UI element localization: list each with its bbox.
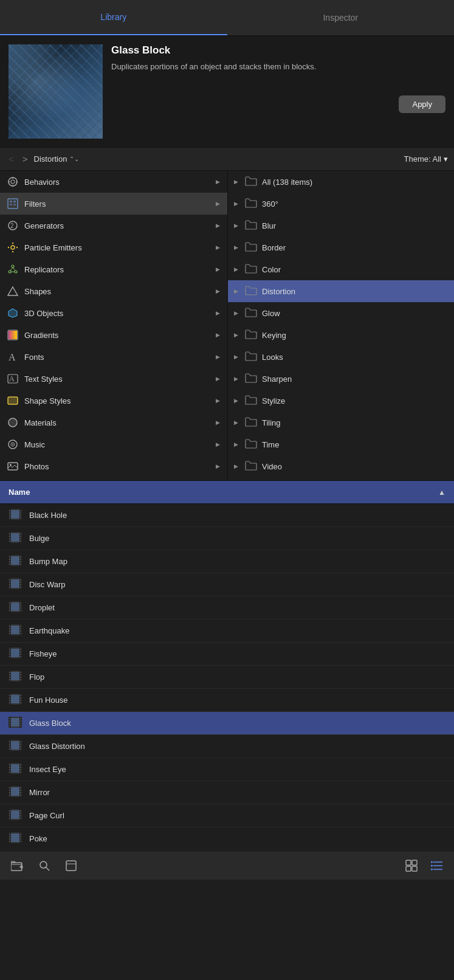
svg-rect-106: [20, 628, 21, 629]
svg-rect-209: [9, 833, 10, 835]
left-item-arrow-shapes: ▶: [216, 288, 220, 294]
left-item-icon-particle-emitters: [7, 242, 18, 253]
item-label-mirror: Mirror: [29, 788, 50, 797]
right-item-360[interactable]: ▶ 360°: [228, 193, 454, 215]
svg-rect-181: [11, 764, 19, 773]
svg-rect-55: [9, 538, 10, 539]
svg-rect-95: [20, 607, 21, 609]
add-folder-button[interactable]: [9, 858, 26, 874]
left-item-arrow-music: ▶: [216, 441, 220, 447]
right-item-color[interactable]: ▶ Color: [228, 258, 454, 280]
list-item-bump-map[interactable]: Bump Map: [0, 550, 454, 573]
folder-icon-sharpen: [245, 373, 257, 385]
list-item-disc-warp[interactable]: Disc Warp: [0, 573, 454, 596]
list-item-glass-block[interactable]: Glass Block: [0, 712, 454, 735]
svg-point-16: [8, 247, 9, 248]
svg-rect-185: [9, 787, 10, 788]
right-item-blur[interactable]: ▶ Blur: [228, 215, 454, 236]
search-icon: [39, 860, 50, 871]
svg-rect-145: [11, 695, 19, 703]
left-item-music[interactable]: Music ▶: [0, 433, 227, 455]
right-item-border[interactable]: ▶ Border: [228, 236, 454, 258]
preview-area: Glass Block Duplicates portions of an ob…: [0, 36, 454, 148]
left-item-gradients[interactable]: Gradients ▶: [0, 324, 227, 346]
svg-rect-142: [20, 697, 21, 699]
left-item-fonts[interactable]: A Fonts ▶: [0, 346, 227, 368]
list-item-earthquake[interactable]: Earthquake: [0, 619, 454, 643]
svg-point-32: [9, 418, 17, 427]
folder-arrow-tiling: ▶: [234, 419, 240, 426]
list-item-droplet[interactable]: Droplet: [0, 596, 454, 619]
nav-forward-button[interactable]: >: [20, 153, 30, 165]
theme-selector[interactable]: Theme: All ▾: [404, 154, 448, 164]
film-icon-bulge: [9, 532, 22, 545]
right-item-time[interactable]: ▶ Time: [228, 433, 454, 455]
list-item-fisheye[interactable]: Fisheye: [0, 643, 454, 666]
left-item-filters[interactable]: Filters ▶: [0, 193, 227, 215]
tab-library[interactable]: Library: [0, 0, 227, 35]
right-item-stylize[interactable]: ▶ Stylize: [228, 390, 454, 412]
nav-title[interactable]: Distortion ⌃⌄: [34, 154, 80, 164]
items-sort-icon[interactable]: ▲: [438, 488, 445, 497]
list-item-insect-eye[interactable]: Insect Eye: [0, 758, 454, 781]
svg-rect-132: [20, 679, 21, 680]
left-item-icon-text-styles: A: [7, 373, 18, 384]
left-item-photos[interactable]: Photos ▶: [0, 455, 227, 477]
list-view-button[interactable]: [428, 857, 445, 874]
right-item-distortion[interactable]: ▶ Distortion: [228, 280, 454, 302]
right-item-glow[interactable]: ▶ Glow: [228, 302, 454, 324]
folder-icon-looks: [245, 351, 257, 363]
item-label-fisheye: Fisheye: [29, 649, 57, 658]
folder-label-video: Video: [262, 462, 282, 471]
right-item-looks[interactable]: ▶ Looks: [228, 346, 454, 368]
svg-rect-107: [20, 630, 21, 632]
list-item-flop[interactable]: Flop: [0, 666, 454, 689]
item-label-droplet: Droplet: [29, 603, 55, 612]
svg-point-13: [11, 246, 15, 249]
items-header-label: Name: [9, 488, 438, 497]
left-item-shape-styles[interactable]: Shape Styles ▶: [0, 390, 227, 412]
left-item-icon-fonts: A: [7, 351, 18, 362]
right-item-tiling[interactable]: ▶ Tiling: [228, 412, 454, 433]
list-item-poke[interactable]: Poke: [0, 827, 454, 851]
folder-arrow-sharpen: ▶: [234, 376, 240, 382]
svg-rect-201: [20, 810, 21, 812]
svg-rect-137: [9, 695, 10, 696]
list-item-fun-house[interactable]: Fun House: [0, 689, 454, 712]
left-item-shapes[interactable]: Shapes ▶: [0, 280, 227, 302]
right-item-all[interactable]: ▶ All (138 items): [228, 171, 454, 193]
film-icon-glass-distortion: [9, 740, 22, 753]
svg-rect-85: [11, 579, 19, 588]
list-item-mirror[interactable]: Mirror: [0, 781, 454, 804]
right-item-sharpen[interactable]: ▶ Sharpen: [228, 368, 454, 390]
svg-rect-117: [20, 649, 21, 650]
bottom-toolbar: [0, 851, 454, 880]
layers-button[interactable]: [63, 858, 79, 874]
left-item-materials[interactable]: Materials ▶: [0, 412, 227, 433]
nav-back-button[interactable]: <: [6, 153, 16, 165]
right-item-video[interactable]: ▶ Video: [228, 455, 454, 477]
list-item-bulge[interactable]: Bulge: [0, 527, 454, 550]
left-item-particle-emitters[interactable]: Particle Emitters ▶: [0, 236, 227, 258]
left-item-text-styles[interactable]: A Text Styles ▶: [0, 368, 227, 390]
left-item-3d-objects[interactable]: 3D Objects ▶: [0, 302, 227, 324]
left-item-generators[interactable]: 2 Generators ▶: [0, 215, 227, 236]
folder-arrow-glow: ▶: [234, 310, 240, 316]
grid-view-button[interactable]: [403, 857, 420, 874]
list-item-glass-distortion[interactable]: Glass Distortion: [0, 735, 454, 758]
search-button[interactable]: [36, 858, 52, 874]
apply-button[interactable]: Apply: [399, 95, 445, 113]
list-item-black-hole[interactable]: Black Hole: [0, 504, 454, 527]
folder-label-border: Border: [262, 243, 286, 252]
svg-point-14: [12, 243, 13, 244]
svg-rect-68: [9, 564, 10, 565]
left-item-arrow-shape-styles: ▶: [216, 398, 220, 404]
svg-rect-191: [20, 792, 21, 793]
tab-inspector[interactable]: Inspector: [227, 0, 455, 35]
svg-rect-161: [9, 741, 10, 742]
left-item-behaviors[interactable]: Behaviors ▶: [0, 171, 227, 193]
left-item-replicators[interactable]: Replicators ▶: [0, 258, 227, 280]
left-item-label-shape-styles: Shape Styles: [24, 396, 210, 405]
right-item-keying[interactable]: ▶ Keying: [228, 324, 454, 346]
list-item-page-curl[interactable]: Page Curl: [0, 804, 454, 827]
